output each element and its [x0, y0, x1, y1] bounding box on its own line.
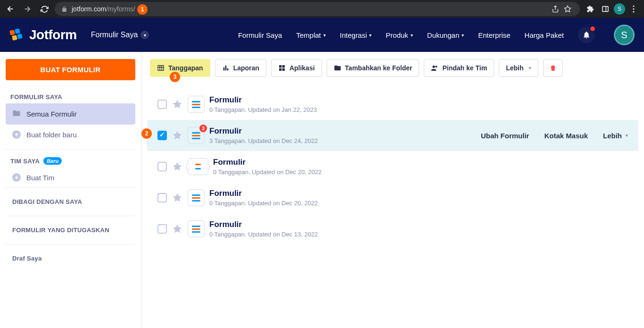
- chevron-down-icon: ▾: [323, 33, 326, 38]
- section-selector[interactable]: Formulir Saya ▾: [91, 31, 149, 39]
- form-info[interactable]: Formulir0 Tanggapan. Updated on Dec 20, …: [209, 189, 628, 207]
- add-to-folder-button[interactable]: Tambahkan ke Folder: [327, 59, 420, 77]
- form-row[interactable]: 23Formulir3 Tanggapan. Updated on Dec 24…: [147, 120, 638, 151]
- form-title: Formulir: [209, 189, 628, 198]
- form-info[interactable]: Formulir0 Tanggapan. Updated on Dec 13, …: [209, 220, 628, 238]
- row-checkbox[interactable]: [157, 100, 167, 109]
- row-more-link[interactable]: Lebih ▾: [603, 132, 628, 140]
- form-info[interactable]: Formulir3 Tanggapan. Updated on Dec 24, …: [209, 126, 476, 144]
- more-button[interactable]: Lebih▾: [499, 59, 538, 77]
- chevron-down-icon: ▾: [369, 33, 372, 38]
- create-form-button[interactable]: BUAT FORMULIR: [6, 59, 135, 80]
- delete-button[interactable]: [543, 59, 563, 77]
- svg-point-2: [633, 5, 634, 7]
- star-icon[interactable]: [172, 99, 183, 110]
- edit-form-link[interactable]: Ubah Formulir: [481, 132, 529, 140]
- svg-rect-13: [223, 67, 224, 71]
- browser-menu-icon[interactable]: [627, 2, 640, 16]
- form-list: Formulir0 Tanggapan. Updated on Jan 22, …: [141, 84, 644, 249]
- star-icon[interactable]: [172, 161, 183, 172]
- app-header: Jotform Formulir Saya ▾ Formulir Saya Te…: [0, 18, 644, 52]
- annotation-marker-2: 2: [141, 128, 152, 139]
- svg-rect-19: [282, 68, 285, 71]
- form-row[interactable]: Formulir0 Tanggapan. Updated on Dec 20, …: [147, 151, 638, 182]
- nav-integrasi[interactable]: Integrasi▾: [340, 31, 372, 39]
- svg-rect-16: [279, 65, 281, 67]
- form-icon[interactable]: 3: [188, 127, 205, 144]
- user-avatar[interactable]: S: [614, 25, 635, 45]
- form-title: Formulir: [213, 158, 628, 167]
- chevron-down-icon: ▾: [626, 133, 628, 138]
- form-icon[interactable]: [188, 158, 208, 175]
- form-title: Formulir: [209, 220, 628, 229]
- form-row[interactable]: Formulir0 Tanggapan. Updated on Dec 20, …: [147, 182, 638, 213]
- divider: [6, 149, 135, 150]
- back-button[interactable]: [4, 2, 17, 16]
- panel-icon[interactable]: [599, 2, 612, 16]
- form-icon[interactable]: [188, 96, 205, 113]
- sidebar-section-drafts[interactable]: Draf Saya: [6, 244, 135, 272]
- form-icon[interactable]: [188, 220, 205, 237]
- reload-button[interactable]: [38, 2, 51, 16]
- nav-enterprise[interactable]: Enterprise: [478, 31, 510, 39]
- nav-formulir-saya[interactable]: Formulir Saya: [238, 31, 282, 39]
- notification-dot: [589, 25, 596, 32]
- form-info[interactable]: Formulir0 Tanggapan. Updated on Jan 22, …: [209, 95, 628, 113]
- sidebar-item-label: Buat Tim: [26, 174, 54, 182]
- sidebar-section-shared[interactable]: DIBAGI DENGAN SAYA: [6, 187, 135, 216]
- table-icon: [157, 64, 165, 72]
- sidebar: BUAT FORMULIR FORMULIR SAYA Semua Formul…: [0, 52, 141, 328]
- move-to-team-button[interactable]: Pindah ke Tim: [424, 59, 494, 77]
- nav-produk[interactable]: Produk▾: [386, 31, 413, 39]
- browser-profile[interactable]: S: [614, 3, 625, 15]
- url-text: jotform.com/myforms/: [72, 5, 135, 13]
- form-title: Formulir: [209, 126, 476, 136]
- logo[interactable]: Jotform: [9, 27, 77, 42]
- laporan-button[interactable]: Laporan: [215, 59, 266, 77]
- forward-button[interactable]: [21, 2, 34, 16]
- svg-rect-5: [9, 30, 15, 35]
- star-icon[interactable]: [172, 192, 183, 203]
- star-icon[interactable]: [172, 130, 183, 141]
- svg-rect-17: [282, 65, 285, 67]
- row-checkbox[interactable]: [157, 131, 167, 140]
- plus-icon: +: [12, 173, 21, 182]
- logo-text: Jotform: [29, 27, 77, 42]
- nav-harga[interactable]: Harga Paket: [525, 31, 564, 39]
- row-checkbox[interactable]: [157, 162, 167, 171]
- svg-rect-8: [17, 34, 23, 39]
- form-info[interactable]: Formulir0 Tanggapan. Updated on Dec 20, …: [213, 158, 628, 176]
- sidebar-item-new-folder[interactable]: + Buat folder baru: [6, 125, 135, 144]
- share-icon[interactable]: [550, 3, 561, 15]
- row-checkbox[interactable]: [157, 193, 167, 202]
- team-icon: [431, 64, 438, 72]
- sidebar-item-all-forms[interactable]: Semua Formulir: [6, 103, 135, 125]
- main-panel: Tanggapan 3 Laporan Aplikasi Tambahkan k…: [141, 52, 644, 328]
- aplikasi-button[interactable]: Aplikasi: [271, 59, 322, 77]
- form-icon[interactable]: [188, 189, 205, 206]
- chevron-down-icon: ▾: [462, 33, 464, 38]
- sidebar-item-create-team[interactable]: + Buat Tim: [6, 168, 135, 187]
- inbox-link[interactable]: Kotak Masuk: [544, 132, 588, 140]
- form-meta: 0 Tanggapan. Updated on Jan 22, 2023: [209, 106, 628, 113]
- svg-point-3: [633, 8, 634, 9]
- annotation-marker-1: 1: [137, 4, 148, 15]
- notifications-button[interactable]: [578, 26, 595, 43]
- badge-new: Baru: [43, 157, 62, 165]
- sidebar-section-assigned[interactable]: FORMULIR YANG DITUGASKAN: [6, 216, 135, 244]
- star-icon[interactable]: [172, 223, 183, 235]
- svg-rect-6: [15, 28, 20, 34]
- svg-rect-18: [279, 68, 281, 71]
- extensions-icon[interactable]: [584, 2, 597, 16]
- row-checkbox[interactable]: [157, 224, 167, 234]
- form-row[interactable]: Formulir0 Tanggapan. Updated on Dec 13, …: [147, 213, 638, 244]
- chevron-down-icon: ▾: [140, 31, 149, 39]
- bookmark-icon[interactable]: [562, 3, 573, 15]
- url-bar[interactable]: jotform.com/myforms/ 1: [55, 2, 580, 16]
- nav-templat[interactable]: Templat▾: [296, 31, 326, 39]
- tanggapan-button[interactable]: Tanggapan: [150, 59, 210, 77]
- main-nav: Formulir Saya Templat▾ Integrasi▾ Produk…: [238, 25, 635, 45]
- svg-point-20: [433, 66, 435, 68]
- nav-dukungan[interactable]: Dukungan▾: [427, 31, 464, 39]
- form-row[interactable]: Formulir0 Tanggapan. Updated on Jan 22, …: [147, 89, 638, 120]
